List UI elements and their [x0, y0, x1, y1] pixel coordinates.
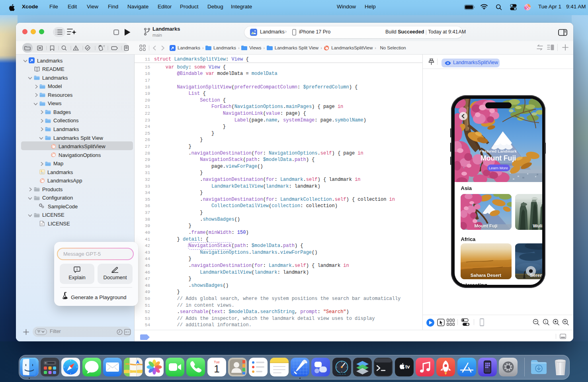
svg-text:1: 1 [214, 363, 219, 375]
svg-text:1: 1 [545, 320, 546, 323]
svg-text:0:00:38:00: 0:00:38:00 [338, 373, 346, 375]
svg-text:tv: tv [405, 364, 410, 370]
